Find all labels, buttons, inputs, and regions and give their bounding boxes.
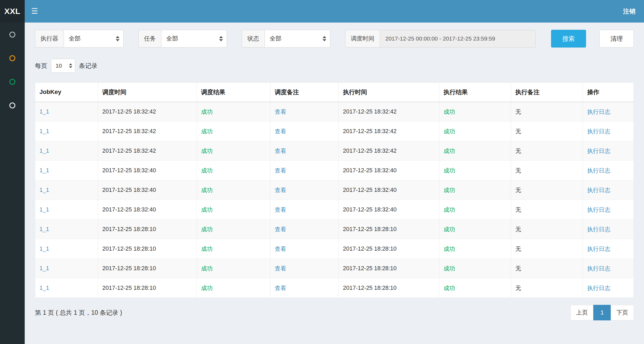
handle-result-cell: 成功 bbox=[439, 180, 511, 200]
page-size-select[interactable]: 10 bbox=[51, 59, 75, 73]
handle-result-cell: 成功 bbox=[439, 161, 511, 180]
handle-msg-cell: 无 bbox=[511, 141, 583, 161]
table-row: 1_12017-12-25 18:32:40成功查看2017-12-25 18:… bbox=[35, 161, 634, 180]
sidebar-item-job-log[interactable] bbox=[0, 79, 25, 103]
log-table: JobKey调度时间调度结果调度备注执行时间执行结果执行备注操作 1_12017… bbox=[35, 82, 634, 298]
column-header: 调度结果 bbox=[197, 83, 270, 102]
exec-log-link[interactable]: 执行日志 bbox=[587, 167, 610, 174]
trigger-msg-link[interactable]: 查看 bbox=[275, 167, 286, 174]
jobkey-link[interactable]: 1_1 bbox=[39, 187, 49, 193]
prev-page-button[interactable]: 上页 bbox=[570, 305, 594, 320]
logout-link[interactable]: 注销 bbox=[623, 7, 635, 16]
jobkey-cell: 1_1 bbox=[35, 259, 98, 278]
clear-log-button[interactable]: 清理 bbox=[599, 30, 634, 47]
sidebar-item-executor-manage[interactable] bbox=[0, 103, 25, 126]
exec-log-link[interactable]: 执行日志 bbox=[587, 226, 610, 233]
trigger-msg-link[interactable]: 查看 bbox=[275, 265, 286, 272]
select-stepper-icon bbox=[116, 36, 120, 41]
table-row: 1_12017-12-25 18:28:10成功查看2017-12-25 18:… bbox=[35, 219, 634, 239]
status-filter-select[interactable]: 全部 bbox=[265, 30, 330, 47]
exec-log-link[interactable]: 执行日志 bbox=[587, 207, 610, 213]
table-header-row: JobKey调度时间调度结果调度备注执行时间执行结果执行备注操作 bbox=[35, 83, 634, 102]
jobkey-link[interactable]: 1_1 bbox=[39, 246, 49, 252]
exec-log-link[interactable]: 执行日志 bbox=[587, 285, 610, 291]
handle-result-cell: 成功 bbox=[439, 278, 511, 298]
sidebar-item-dashboard[interactable] bbox=[0, 32, 25, 55]
trigger-msg-cell: 查看 bbox=[270, 161, 338, 180]
trigger-result-cell: 成功 bbox=[197, 278, 270, 298]
trigger-msg-link[interactable]: 查看 bbox=[275, 246, 286, 252]
exec-log-link[interactable]: 执行日志 bbox=[587, 246, 610, 252]
handle-result-cell: 成功 bbox=[439, 141, 511, 161]
table-row: 1_12017-12-25 18:28:10成功查看2017-12-25 18:… bbox=[35, 278, 634, 298]
trigger-time-filter-label: 调度时间 bbox=[345, 30, 380, 47]
sidebar-item-job-manage[interactable] bbox=[0, 55, 25, 79]
trigger-msg-link[interactable]: 查看 bbox=[275, 109, 286, 115]
exec-log-link[interactable]: 执行日志 bbox=[587, 128, 610, 135]
handle-result-cell: 成功 bbox=[439, 102, 511, 122]
trigger-msg-link[interactable]: 查看 bbox=[275, 187, 286, 193]
executor-filter-label: 执行器 bbox=[35, 30, 64, 47]
trigger-result-cell: 成功 bbox=[197, 219, 270, 239]
jobkey-link[interactable]: 1_1 bbox=[39, 285, 49, 291]
trigger-result-cell: 成功 bbox=[197, 102, 270, 122]
trigger-msg-link[interactable]: 查看 bbox=[275, 226, 286, 233]
exec-log-link[interactable]: 执行日志 bbox=[587, 265, 610, 272]
status-filter-group: 状态 全部 bbox=[242, 30, 330, 47]
trigger-time-cell: 2017-12-25 18:32:42 bbox=[98, 122, 197, 141]
column-header: 调度备注 bbox=[270, 83, 338, 102]
page-size-value: 10 bbox=[56, 63, 62, 69]
trigger-msg-link[interactable]: 查看 bbox=[275, 128, 286, 135]
search-button[interactable]: 搜索 bbox=[551, 30, 586, 47]
trigger-result-cell: 成功 bbox=[197, 180, 270, 200]
sidebar-toggle-icon[interactable]: ☰ bbox=[31, 8, 38, 15]
table-row: 1_12017-12-25 18:32:40成功查看2017-12-25 18:… bbox=[35, 180, 634, 200]
app-logo[interactable]: XXL bbox=[0, 0, 25, 23]
trigger-time-cell: 2017-12-25 18:28:10 bbox=[98, 219, 197, 239]
table-row: 1_12017-12-25 18:32:42成功查看2017-12-25 18:… bbox=[35, 141, 634, 161]
handle-msg-cell: 无 bbox=[511, 259, 583, 278]
handle-msg-cell: 无 bbox=[511, 180, 583, 200]
trigger-result-cell: 成功 bbox=[197, 161, 270, 180]
jobkey-link[interactable]: 1_1 bbox=[39, 167, 49, 174]
jobkey-link[interactable]: 1_1 bbox=[39, 206, 49, 213]
trigger-time-range-input[interactable]: 2017-12-25 00:00:00 - 2017-12-25 23:59:5… bbox=[380, 30, 536, 47]
trigger-time-cell: 2017-12-25 18:32:42 bbox=[98, 141, 197, 161]
trigger-msg-cell: 查看 bbox=[270, 141, 338, 161]
trigger-msg-cell: 查看 bbox=[270, 180, 338, 200]
exec-log-cell: 执行日志 bbox=[583, 219, 634, 239]
trigger-time-filter-group: 调度时间 2017-12-25 00:00:00 - 2017-12-25 23… bbox=[345, 30, 536, 47]
status-filter-label: 状态 bbox=[242, 30, 265, 47]
jobkey-link[interactable]: 1_1 bbox=[39, 108, 49, 115]
job-filter-select[interactable]: 全部 bbox=[161, 30, 227, 47]
handle-msg-cell: 无 bbox=[511, 161, 583, 180]
handle-time-cell: 2017-12-25 18:28:10 bbox=[339, 259, 439, 278]
page-1-button[interactable]: 1 bbox=[593, 305, 611, 320]
jobkey-cell: 1_1 bbox=[35, 141, 98, 161]
jobkey-link[interactable]: 1_1 bbox=[39, 226, 49, 232]
column-header: 执行备注 bbox=[511, 83, 583, 102]
trigger-msg-link[interactable]: 查看 bbox=[275, 207, 286, 213]
jobkey-link[interactable]: 1_1 bbox=[39, 148, 49, 154]
jobkey-cell: 1_1 bbox=[35, 122, 98, 141]
circle-icon bbox=[9, 79, 15, 85]
jobkey-link[interactable]: 1_1 bbox=[39, 128, 49, 134]
job-filter-value: 全部 bbox=[166, 35, 178, 43]
trigger-msg-cell: 查看 bbox=[270, 102, 338, 122]
table-body: 1_12017-12-25 18:32:42成功查看2017-12-25 18:… bbox=[35, 102, 634, 298]
trigger-msg-link[interactable]: 查看 bbox=[275, 285, 286, 291]
trigger-msg-cell: 查看 bbox=[270, 219, 338, 239]
trigger-msg-link[interactable]: 查看 bbox=[275, 148, 286, 154]
jobkey-link[interactable]: 1_1 bbox=[39, 265, 49, 272]
exec-log-cell: 执行日志 bbox=[583, 259, 634, 278]
exec-log-link[interactable]: 执行日志 bbox=[587, 187, 610, 193]
exec-log-cell: 执行日志 bbox=[583, 200, 634, 219]
executor-filter-select[interactable]: 全部 bbox=[64, 30, 124, 47]
column-header: 执行结果 bbox=[439, 83, 511, 102]
exec-log-link[interactable]: 执行日志 bbox=[587, 109, 610, 115]
exec-log-cell: 执行日志 bbox=[583, 161, 634, 180]
jobkey-cell: 1_1 bbox=[35, 180, 98, 200]
handle-msg-cell: 无 bbox=[511, 278, 583, 298]
next-page-button[interactable]: 下页 bbox=[611, 305, 634, 320]
exec-log-link[interactable]: 执行日志 bbox=[587, 148, 610, 154]
